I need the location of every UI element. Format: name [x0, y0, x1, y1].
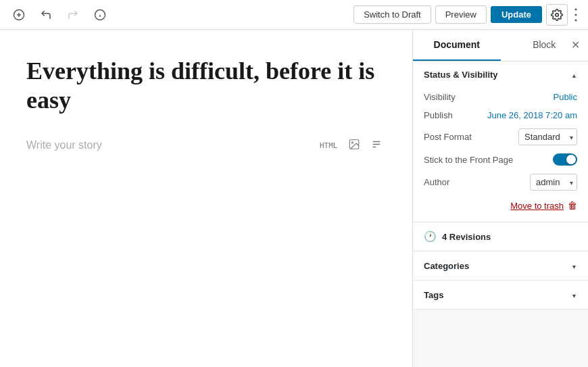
undo-button[interactable] [35, 4, 57, 26]
categories-section[interactable]: Categories [413, 251, 588, 280]
tags-chevron [571, 289, 577, 301]
trash-icon: 🗑 [568, 200, 577, 211]
author-row: Author admin ▾ [424, 170, 577, 195]
categories-label: Categories [424, 261, 469, 271]
add-block-button[interactable] [8, 4, 30, 26]
visibility-label: Visibility [424, 92, 456, 102]
post-format-row: Post Format Standard Aside Gallery Link … [424, 124, 577, 149]
toolbar-right: Switch to Draft Preview Update [353, 4, 580, 26]
move-to-trash-link[interactable]: Move to trash [510, 201, 564, 211]
revisions-label: 4 Revisions [442, 232, 491, 242]
svg-text:HTML: HTML [320, 141, 337, 150]
svg-point-9 [575, 19, 577, 21]
author-select-wrap: admin ▾ [530, 174, 577, 191]
sidebar: Document Block ✕ Status & Visibility Vis… [412, 30, 588, 367]
svg-point-8 [575, 14, 577, 16]
toolbar: Switch to Draft Preview Update [0, 0, 588, 30]
main-layout: Everything is difficult, before it is ea… [0, 30, 588, 367]
post-format-select-wrap: Standard Aside Gallery Link Image Quote … [518, 128, 577, 145]
post-format-label: Post Format [424, 132, 472, 142]
update-button[interactable]: Update [491, 6, 542, 23]
toggle-knob [566, 155, 576, 164]
stick-front-page-label: Stick to the Front Page [424, 155, 513, 165]
toolbar-left [8, 4, 348, 26]
trash-row: Move to trash 🗑 [424, 195, 577, 212]
paragraph-placeholder: Write your story [26, 139, 102, 151]
block-inline-toolbar: HTML [316, 136, 386, 155]
status-visibility-section: Status & Visibility Visibility Public Pu… [413, 62, 588, 222]
stick-front-page-toggle-wrap [553, 153, 577, 166]
visibility-row: Visibility Public [424, 88, 577, 106]
post-title[interactable]: Everything is difficult, before it is ea… [26, 57, 386, 115]
svg-point-7 [575, 8, 577, 10]
svg-point-6 [556, 13, 559, 16]
redo-button[interactable] [62, 4, 84, 26]
tags-label: Tags [424, 290, 443, 300]
author-select[interactable]: admin [530, 174, 577, 191]
editor-area[interactable]: Everything is difficult, before it is ea… [0, 30, 412, 367]
info-button[interactable] [89, 4, 111, 26]
status-visibility-body: Visibility Public Publish June 26, 2018 … [413, 88, 588, 222]
tab-document[interactable]: Document [413, 30, 501, 61]
revisions-section[interactable]: 🕐 4 Revisions [413, 222, 588, 251]
svg-point-12 [351, 142, 353, 143]
settings-button[interactable] [546, 4, 568, 26]
switch-to-draft-button[interactable]: Switch to Draft [353, 5, 431, 24]
sidebar-close-button[interactable]: ✕ [571, 40, 580, 51]
status-visibility-header[interactable]: Status & Visibility [413, 62, 588, 88]
publish-label: Publish [424, 110, 453, 120]
status-visibility-label: Status & Visibility [424, 70, 498, 80]
categories-chevron [571, 260, 577, 272]
html-tool-button[interactable]: HTML [316, 137, 341, 155]
paragraph-block[interactable]: Write your story HTML [26, 134, 386, 157]
stick-front-page-toggle[interactable] [553, 153, 577, 166]
status-visibility-chevron [571, 70, 577, 80]
post-format-select[interactable]: Standard Aside Gallery Link Image Quote … [518, 128, 577, 145]
revisions-clock-icon: 🕐 [424, 230, 437, 243]
visibility-value[interactable]: Public [554, 92, 577, 102]
image-tool-button[interactable] [344, 136, 364, 155]
heading-tool-button[interactable] [367, 137, 386, 155]
publish-row: Publish June 26, 2018 7:20 am [424, 106, 577, 124]
sidebar-tabs: Document Block ✕ [413, 30, 588, 62]
publish-value[interactable]: June 26, 2018 7:20 am [487, 110, 577, 120]
stick-front-page-row: Stick to the Front Page [424, 149, 577, 170]
more-options-button[interactable] [572, 5, 580, 24]
editor-inner: Everything is difficult, before it is ea… [10, 30, 402, 184]
author-label: Author [424, 177, 449, 187]
preview-button[interactable]: Preview [435, 5, 487, 24]
tags-section[interactable]: Tags [413, 280, 588, 310]
